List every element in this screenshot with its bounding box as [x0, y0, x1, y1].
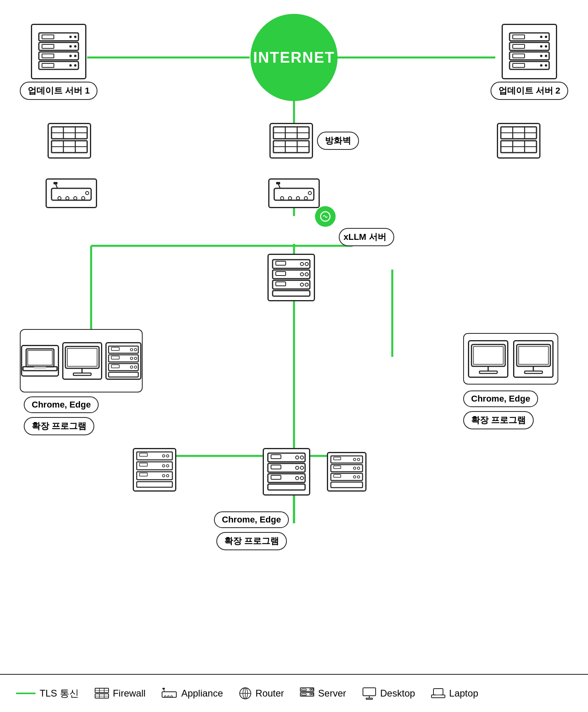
svg-rect-16 [39, 52, 78, 60]
svg-point-181 [171, 696, 172, 697]
legend-server-icon [300, 687, 314, 699]
svg-point-150 [300, 466, 304, 469]
svg-point-77 [86, 191, 89, 195]
svg-rect-120 [111, 365, 119, 368]
svg-rect-140 [139, 463, 147, 466]
svg-rect-118 [111, 347, 119, 350]
svg-point-94 [300, 273, 304, 276]
svg-point-163 [353, 476, 356, 478]
svg-point-73 [58, 197, 61, 200]
svg-rect-33 [510, 61, 549, 69]
svg-rect-23 [42, 44, 54, 48]
firewall-center-icon [269, 123, 313, 159]
svg-point-97 [300, 283, 304, 286]
svg-rect-119 [111, 356, 119, 359]
svg-point-82 [288, 197, 292, 200]
legend-firewall: Firewall [95, 688, 146, 699]
bottom-server-right-node [327, 452, 367, 492]
bottom-server-left-node [133, 448, 176, 492]
firewall-left-icon [48, 123, 91, 159]
svg-rect-196 [366, 698, 372, 699]
update-server-2-label: 업데이트 서버 2 [491, 82, 568, 100]
svg-point-75 [74, 197, 77, 200]
svg-rect-70 [52, 188, 91, 200]
svg-rect-103 [34, 367, 46, 369]
internet-label: INTERNET [253, 49, 335, 66]
svg-rect-154 [271, 475, 281, 479]
svg-rect-178 [162, 688, 165, 689]
svg-rect-128 [525, 371, 542, 373]
svg-rect-145 [268, 484, 305, 490]
svg-rect-158 [331, 482, 363, 488]
svg-rect-126 [519, 346, 548, 364]
legend-router-icon [239, 687, 252, 700]
svg-rect-99 [276, 282, 286, 286]
svg-rect-111 [109, 372, 138, 377]
svg-rect-193 [302, 694, 306, 695]
svg-rect-167 [334, 475, 341, 477]
update-server-1-icon [31, 24, 86, 79]
svg-rect-194 [363, 688, 376, 696]
svg-point-114 [130, 357, 133, 360]
xllm-label: xLLM 서버 [344, 231, 386, 243]
svg-rect-31 [510, 42, 549, 50]
legend-desktop-label: Desktop [380, 688, 415, 699]
svg-rect-124 [479, 371, 497, 373]
svg-point-21 [69, 45, 72, 48]
legend-desktop: Desktop [362, 687, 415, 700]
appliance-left-node [46, 178, 97, 208]
svg-point-191 [312, 693, 313, 695]
svg-rect-132 [137, 482, 172, 487]
svg-rect-104 [65, 346, 99, 368]
svg-point-83 [296, 197, 300, 200]
svg-rect-78 [274, 188, 314, 200]
tls-line-icon [16, 693, 36, 694]
update-server-2-node: 업데이트 서버 2 [491, 24, 568, 100]
svg-point-134 [166, 455, 169, 457]
svg-point-160 [357, 458, 360, 461]
svg-rect-30 [510, 33, 549, 41]
svg-point-37 [540, 45, 542, 48]
appliance-center-node [268, 178, 320, 208]
svg-rect-39 [513, 44, 525, 48]
server-left-icon [105, 342, 141, 380]
legend-server: Server [300, 687, 346, 699]
bottom-server-left-icon [133, 448, 176, 492]
svg-rect-15 [39, 42, 78, 50]
svg-point-40 [540, 55, 542, 57]
right-ext-program-label: 확장 프로그램 [463, 411, 534, 429]
left-client-group [20, 329, 143, 392]
svg-point-152 [296, 477, 299, 480]
firewall-center-node: 방화벽 [269, 123, 359, 159]
left-ext-program-label: 확장 프로그램 [24, 417, 94, 435]
svg-point-27 [69, 64, 72, 67]
svg-point-38 [545, 45, 547, 48]
update-server-2-icon [502, 24, 557, 79]
svg-rect-100 [26, 349, 54, 367]
svg-point-22 [74, 45, 76, 48]
svg-rect-101 [28, 350, 52, 365]
svg-rect-197 [433, 689, 443, 695]
svg-line-177 [164, 689, 164, 692]
svg-point-164 [357, 476, 360, 478]
svg-point-146 [296, 456, 299, 459]
legend-appliance-label: Appliance [181, 688, 223, 699]
svg-point-18 [69, 36, 72, 38]
right-chrome-edge-label: Chrome, Edge [463, 390, 538, 407]
desktop-right-1-icon [468, 340, 508, 378]
bottom-server-right-icon [327, 452, 367, 492]
laptop-left-icon [21, 345, 59, 377]
svg-rect-199 [436, 695, 441, 696]
svg-point-136 [166, 465, 169, 467]
right-client-group [463, 333, 558, 385]
legend-router-label: Router [256, 688, 284, 699]
svg-rect-105 [67, 348, 97, 366]
svg-point-149 [296, 466, 299, 469]
svg-rect-139 [139, 453, 147, 456]
svg-rect-26 [42, 54, 54, 58]
svg-point-112 [130, 348, 133, 351]
svg-point-35 [545, 36, 547, 38]
internet-node: INTERNET [250, 14, 338, 101]
svg-point-180 [168, 696, 169, 697]
svg-point-95 [305, 273, 308, 276]
